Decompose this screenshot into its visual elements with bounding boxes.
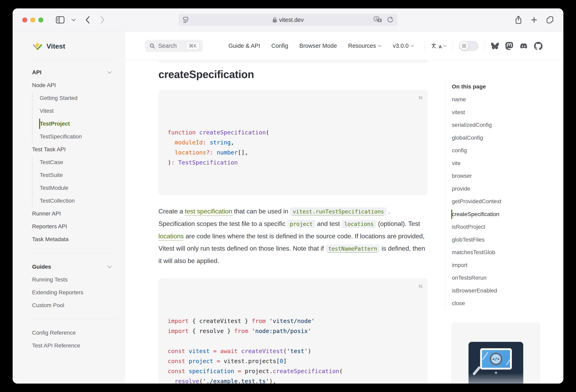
page-title: createSpecification — [158, 68, 428, 80]
toc-item-name[interactable]: name — [452, 93, 542, 106]
monitor-icon: </> — [480, 348, 512, 369]
sidebar-item-config-reference[interactable]: Config Reference — [32, 326, 117, 339]
sidebar-item-testsuite[interactable]: TestSuite — [40, 169, 117, 181]
code-search-icon: </> — [490, 353, 502, 365]
toc-item-globalconfig[interactable]: globalConfig — [452, 131, 542, 144]
tab-overview-icon[interactable] — [546, 16, 554, 24]
minimize-window-button[interactable] — [30, 17, 35, 23]
sidebar-item-testcase[interactable]: TestCase — [40, 156, 117, 169]
sidebar-divider — [32, 319, 117, 319]
sidebar-item-runner-api[interactable]: Runner API — [32, 207, 117, 220]
url-text: vitest.dev — [279, 17, 304, 23]
toc-item-serializedconfig[interactable]: serializedConfig — [452, 119, 542, 131]
previous-code-block-remnant — [158, 60, 428, 63]
toc-item-createspecification[interactable]: createSpecification — [452, 208, 542, 221]
site-logo[interactable]: Vitest — [32, 40, 117, 53]
sponsor-illustration: </> — [468, 342, 523, 384]
forward-button[interactable] — [100, 16, 105, 24]
sidebar-section-api[interactable]: API — [32, 66, 117, 79]
sidebar-divider — [32, 253, 117, 253]
site-header: Search ⌘K Guide & API Config Browser Mod… — [125, 32, 563, 60]
inline-code-link[interactable]: vitest.runTestSpecifications — [290, 208, 386, 216]
nav-resources[interactable]: Resources — [348, 43, 382, 49]
bluesky-icon[interactable] — [491, 42, 499, 50]
sidebar-item-custom-pool[interactable]: Custom Pool — [32, 299, 117, 312]
translate-icon[interactable]: A — [374, 16, 382, 23]
on-this-page-nav: On this page name vitest serializedConfi… — [445, 80, 542, 310]
sidebar-group-node-api[interactable]: Node API — [32, 79, 117, 92]
toc-item-getprovidedcontext[interactable]: getProvidedContext — [452, 195, 542, 208]
sidebar-item-testproject[interactable]: TestProject — [40, 117, 117, 130]
traffic-lights — [22, 17, 43, 23]
inline-code: locations — [342, 220, 376, 228]
share-icon[interactable] — [515, 15, 522, 24]
docs-sidebar: Vitest API Node API Getting Started Vite… — [13, 32, 125, 384]
search-button[interactable]: Search ⌘K — [145, 40, 203, 52]
new-tab-icon[interactable] — [530, 16, 538, 24]
social-links — [491, 42, 543, 50]
toc-item-config[interactable]: config — [452, 144, 542, 157]
lock-icon — [272, 17, 277, 23]
header-divider — [485, 41, 485, 51]
toc-item-browser[interactable]: browser — [452, 170, 542, 182]
toc-item-globtestfiles[interactable]: globTestFiles — [452, 233, 542, 246]
sidebar-toggle-icon[interactable] — [56, 16, 65, 24]
sponsor-card[interactable]: </> — [451, 323, 541, 384]
search-label: Search — [158, 43, 177, 49]
browser-toolbar: vitest.dev A — [13, 8, 563, 31]
toc-item-provide[interactable]: provide — [452, 182, 542, 195]
version-menu[interactable]: v3.0.0 — [393, 43, 414, 49]
sidebar-group-test-task-api[interactable]: Test Task API — [32, 143, 117, 156]
sidebar-item-reporters-api[interactable]: Reporters API — [32, 220, 117, 233]
sun-icon — [460, 42, 468, 50]
github-icon[interactable] — [534, 42, 543, 50]
toc-item-isrootproject[interactable]: isRootProject — [452, 220, 542, 233]
toc-item-import[interactable]: import — [452, 259, 542, 272]
vitest-logo-icon — [32, 41, 43, 52]
toc-item-vite[interactable]: vite — [452, 157, 542, 170]
header-divider — [425, 41, 425, 51]
web-content: Vitest API Node API Getting Started Vite… — [13, 32, 563, 384]
main-nav: Guide & API Config Browser Mode Resource… — [229, 43, 414, 49]
toolbar-divider — [67, 16, 68, 24]
language-menu[interactable]: A — [431, 42, 447, 50]
discord-icon[interactable] — [519, 43, 528, 49]
inline-link[interactable]: locations — [158, 233, 184, 240]
mastodon-icon[interactable] — [505, 42, 513, 50]
sidebar-item-vitest[interactable]: Vitest — [40, 105, 117, 117]
code-block-example: ts import { createVitest } from 'vitest/… — [158, 278, 428, 384]
toc-item-close[interactable]: close — [452, 297, 542, 310]
nav-guide-api[interactable]: Guide & API — [229, 43, 260, 49]
toc-item-matchestestglob[interactable]: matchesTestGlob — [452, 246, 542, 259]
address-bar[interactable]: vitest.dev A — [179, 14, 397, 26]
close-window-button[interactable] — [22, 17, 27, 23]
sidebar-item-running-tests[interactable]: Running Tests — [32, 273, 117, 286]
svg-text:A: A — [375, 17, 378, 21]
sidebar-item-testcollection[interactable]: TestCollection — [40, 194, 117, 207]
sidebar-item-extending-reporters[interactable]: Extending Reporters — [32, 286, 117, 299]
sidebar-item-test-api-reference[interactable]: Test API Reference — [32, 339, 117, 352]
reload-icon[interactable] — [387, 16, 394, 23]
sidebar-item-testspecification[interactable]: TestSpecification — [40, 130, 117, 143]
inline-code-link[interactable]: testNamePattern — [326, 244, 380, 253]
sidebar-section-guides[interactable]: Guides — [32, 260, 117, 273]
toc-item-vitest[interactable]: vitest — [452, 106, 542, 119]
back-button[interactable] — [85, 16, 90, 24]
zoom-window-button[interactable] — [38, 17, 43, 23]
toc-item-ontestsrerun[interactable]: onTestsRerun — [452, 271, 542, 284]
sidebar-item-task-metadata[interactable]: Task Metadata — [32, 233, 117, 246]
sidebar-divider — [32, 60, 117, 61]
theme-toggle[interactable] — [459, 41, 479, 51]
inline-code: project — [287, 220, 315, 228]
sidebar-item-getting-started[interactable]: Getting Started — [40, 92, 117, 105]
code-language-label: ts — [419, 92, 423, 102]
nav-config[interactable]: Config — [271, 43, 288, 49]
sidebar-group-test-task-api-items: TestCase TestSuite TestModule TestCollec… — [32, 156, 117, 207]
sidebar-chevron-icon[interactable] — [71, 18, 76, 22]
sidebar-item-testmodule[interactable]: TestModule — [40, 181, 117, 194]
doc-content: createSpecification ts function createSp… — [158, 60, 428, 384]
toc-item-isbrowserenabled[interactable]: isBrowserEnabled — [452, 284, 542, 297]
inline-link[interactable]: test specification — [185, 208, 232, 215]
nav-browser-mode[interactable]: Browser Mode — [299, 43, 337, 49]
browser-window: vitest.dev A — [13, 8, 563, 384]
